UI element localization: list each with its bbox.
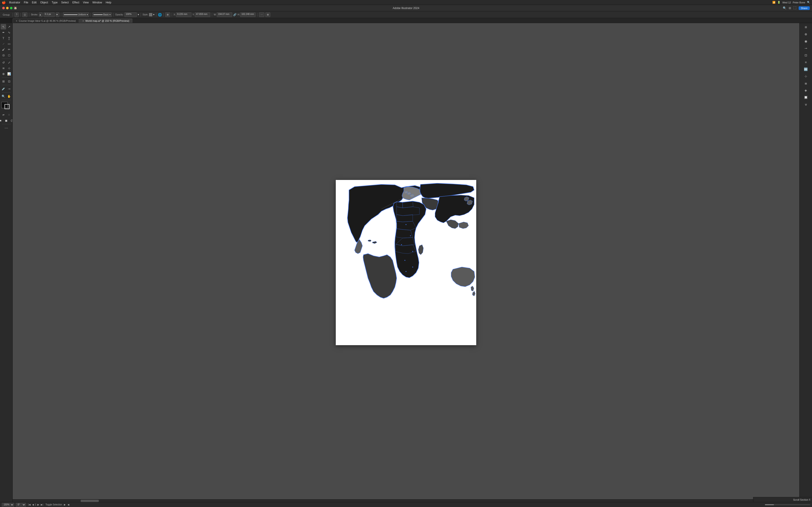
tool-row-color: ⇄ □	[1, 112, 12, 117]
world-map	[336, 180, 406, 253]
tool-sep-6	[2, 124, 11, 124]
pencil-tool[interactable]: ✏	[6, 47, 12, 52]
x-label: X:	[173, 13, 175, 16]
tool-row-1: ↖ ↗	[1, 24, 12, 30]
more-btn[interactable]: ⋯	[259, 12, 264, 17]
stroke-down[interactable]: ▼	[56, 12, 59, 17]
symbol-sprayer[interactable]: ⊕	[1, 71, 6, 76]
rect-tool[interactable]: ▭	[6, 41, 12, 46]
tool-row-6: ◎ ◻	[1, 52, 12, 58]
line-tool[interactable]: ⟋	[1, 41, 6, 46]
tool-row-8: ≋ ⊹	[1, 65, 12, 71]
artboard-tool[interactable]: ⊞	[1, 78, 6, 84]
blend-tool[interactable]: ◎	[1, 52, 6, 58]
tool-row-10: ⊞ ⊡	[1, 78, 12, 84]
type-area-tool[interactable]: T̲	[6, 35, 12, 41]
more-tools[interactable]: ⋯	[4, 125, 9, 130]
tab-2[interactable]: ✕ World map.ai* @ 150 % (RGB/Preview)	[79, 18, 132, 23]
arrange-btn[interactable]: ⊞	[265, 12, 270, 17]
menu-file[interactable]: File	[22, 1, 30, 4]
y-label: Y:	[192, 13, 194, 16]
scale-tool[interactable]: ⤢	[6, 60, 12, 65]
selection-tool[interactable]: ↖	[1, 24, 6, 30]
measure-tool[interactable]: ⊸	[6, 86, 12, 92]
tool-row-5: 🖌 ✏	[1, 47, 12, 52]
h-coord: H: 102.248 mm	[238, 12, 256, 17]
apple-menu[interactable]: 🍎	[2, 1, 6, 4]
style-swatch[interactable]	[149, 13, 152, 16]
menu-help[interactable]: Help	[104, 1, 113, 4]
menu-window[interactable]: Window	[91, 1, 104, 4]
direct-selection-tool[interactable]: ↗	[6, 24, 12, 30]
close-button[interactable]	[2, 7, 5, 9]
default-colors[interactable]: □	[6, 112, 12, 117]
titlebar: 🏠 Adobe Illustrator 2024 🔍 ⊞ ⛶ Share	[0, 5, 406, 11]
stroke-up[interactable]: ▲	[39, 12, 43, 17]
tab-close-2[interactable]: ✕	[82, 20, 84, 22]
h-label: H:	[238, 13, 240, 16]
tabs-bar: ✕ Course Image Idea~5.ai @ 46.86 % (RGB/…	[13, 18, 406, 23]
column-graph[interactable]: 📊	[6, 71, 12, 76]
stroke-style-dropdown[interactable]: Uniform ▾	[63, 12, 89, 17]
tool-row-2: ✒ ∿	[1, 30, 12, 35]
minimize-button[interactable]	[6, 7, 9, 9]
curvature-tool[interactable]: ∿	[6, 30, 12, 35]
x-coord: X: 8.226 mm	[173, 12, 192, 17]
menu-select[interactable]: Select	[60, 1, 70, 4]
gradient[interactable]: ◼	[4, 118, 9, 123]
question-button[interactable]: ?	[14, 12, 19, 17]
tab-close-1[interactable]: ✕	[16, 20, 17, 22]
pen-tool[interactable]: ✒	[1, 30, 6, 35]
paintbrush-tool[interactable]: 🖌	[1, 47, 6, 52]
w-coord: W: 194.07 mm	[214, 12, 232, 17]
tab-label-2: World map.ai* @ 150 % (RGB/Preview)	[86, 19, 130, 22]
hand-tool[interactable]: ✋	[6, 94, 12, 99]
solid-color[interactable]: ■	[0, 118, 3, 123]
warp-tool[interactable]: ≋	[1, 65, 6, 71]
menubar: 🍎 Illustrator File Edit Object Type Sele…	[0, 0, 406, 5]
slice-tool[interactable]: ⊡	[6, 78, 12, 84]
tool-row-mode: ■ ◼ ⊘	[0, 118, 13, 123]
toolbox: ↖ ↗ ✒ ∿ T T̲ ⟋ ▭ 🖌 ✏ ◎ ◻ ↺ ⤢ ≋ ⊹ ⊕ 📊 ⊞ ⊡…	[0, 23, 13, 253]
home-icon[interactable]: 🏠	[14, 7, 17, 9]
rotate-tool[interactable]: ↺	[1, 60, 6, 65]
w-value[interactable]: 194.07 mm	[217, 12, 232, 17]
type-tool[interactable]: T	[1, 35, 6, 41]
tab-1[interactable]: ✕ Course Image Idea~5.ai @ 46.86 % (RGB/…	[13, 18, 79, 23]
globe-icon[interactable]: 🌐	[158, 13, 162, 16]
brush-style-dropdown[interactable]: Basic ▾	[92, 12, 112, 17]
app-title: Adobe Illustrator 2024	[393, 7, 406, 10]
eraser-tool[interactable]: ◻	[6, 52, 12, 58]
stroke-value[interactable]: 0.1 px	[44, 12, 55, 17]
tool-row-3: T T̲	[1, 35, 12, 41]
canvas-area[interactable]	[13, 23, 406, 253]
swap-colors[interactable]: ⇄	[1, 112, 6, 117]
menu-effect[interactable]: Effect	[71, 1, 81, 4]
opacity-value[interactable]: 100%	[124, 12, 137, 17]
tool-row-7: ↺ ⤢	[1, 60, 12, 65]
maximize-button[interactable]	[10, 7, 12, 9]
menu-view[interactable]: View	[81, 1, 90, 4]
tool-row-12: 🔍 ✋	[1, 94, 12, 99]
eyedropper-tool[interactable]: 💉	[1, 86, 6, 92]
none-color[interactable]: ⊘	[9, 118, 13, 123]
menu-illustrator[interactable]: Illustrator	[7, 1, 22, 4]
y-value[interactable]: 47.659 mm	[195, 12, 210, 17]
style-label: Style:	[143, 13, 148, 16]
h-value[interactable]: 102.248 mm	[240, 12, 256, 17]
color-area	[1, 102, 11, 112]
zoom-tool[interactable]: 🔍	[1, 94, 6, 99]
w-label: W:	[214, 13, 216, 16]
align-button[interactable]: ◫	[22, 12, 28, 17]
stroke-swatch[interactable]	[5, 104, 9, 109]
svg-point-3	[401, 244, 402, 245]
free-transform[interactable]: ⊹	[6, 65, 12, 71]
transform-btn[interactable]: ⊞	[165, 12, 170, 17]
menu-edit[interactable]: Edit	[30, 1, 38, 4]
x-value[interactable]: 8.226 mm	[176, 12, 192, 17]
link-icon[interactable]: 🔗	[233, 13, 237, 16]
menu-object[interactable]: Object	[39, 1, 50, 4]
tool-row-9: ⊕ 📊	[1, 71, 12, 76]
tab-label-1: Course Image Idea~5.ai @ 46.86 % (RGB/Pr…	[19, 19, 76, 22]
menu-type[interactable]: Type	[50, 1, 59, 4]
